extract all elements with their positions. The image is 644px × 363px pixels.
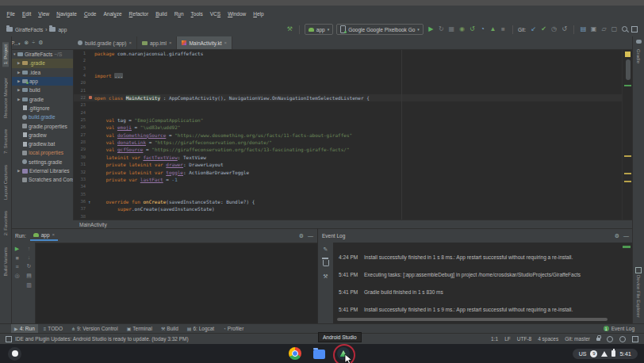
close-icon[interactable]: ×: [224, 40, 227, 45]
run-console[interactable]: [35, 243, 317, 323]
rerun-icon[interactable]: ↻: [437, 25, 446, 33]
code-line[interactable]: 1package com.naranjaconsal.giraffefacts: [73, 50, 622, 57]
menu-item[interactable]: Refactor: [125, 11, 152, 17]
code-line[interactable]: 33 private var lastFact = -1: [73, 176, 622, 183]
gutter[interactable]: [88, 101, 94, 109]
stop-app-icon[interactable]: ■: [15, 255, 18, 261]
menu-item[interactable]: Help: [250, 11, 267, 17]
gear-icon[interactable]: ⚙: [615, 233, 619, 239]
editor-tab[interactable]: MainActivity.kt ×: [177, 36, 232, 49]
code-line[interactable]: 25 val tag = "EmojiCompatApplication": [73, 117, 622, 124]
profiler-icon[interactable]: ◔: [478, 25, 487, 33]
tree-item[interactable]: ▶ build: [11, 86, 73, 94]
event-log-entry[interactable]: 5:41 PM Install successfully finished in…: [339, 295, 633, 312]
code-line[interactable]: 23: [73, 101, 622, 109]
tool-window-button[interactable]: Resource Manager: [3, 72, 8, 124]
device-dropdown[interactable]: Google Google Pixelbook Go ▾: [336, 24, 424, 35]
close-icon[interactable]: ×: [169, 40, 172, 45]
editor-tab[interactable]: app.iml ×: [137, 36, 177, 49]
gutter[interactable]: [88, 146, 94, 153]
tool-window-button[interactable]: Layout Captures: [3, 159, 8, 205]
tool-window-button[interactable]: 2: Favorites: [3, 205, 8, 241]
gutter[interactable]: [88, 117, 94, 124]
menu-item[interactable]: View: [35, 11, 53, 17]
code-with-me-icon[interactable]: [607, 336, 613, 342]
gutter[interactable]: [88, 183, 94, 190]
gutter[interactable]: [88, 124, 94, 131]
clear-log-icon[interactable]: [323, 260, 329, 266]
menu-item[interactable]: File: [3, 11, 19, 17]
menu-item[interactable]: Navigate: [53, 11, 81, 17]
tool-window-button[interactable]: 7: Structure: [3, 124, 8, 159]
menu-item[interactable]: Analyze: [100, 11, 125, 17]
gutter[interactable]: [88, 57, 94, 64]
search-everywhere-icon[interactable]: [622, 26, 628, 32]
status-widget[interactable]: 1:1: [491, 336, 498, 342]
rerun-app-icon[interactable]: ▶: [15, 246, 19, 252]
event-log-entry[interactable]: 5:41 PM Executing tasks: [:app:assembleD…: [339, 260, 633, 277]
tree-item[interactable]: build.gradle: [11, 113, 73, 121]
code-line[interactable]: 2: [73, 57, 622, 64]
tree-settings-icon[interactable]: ⚙: [38, 40, 43, 46]
status-widget[interactable]: 4 spaces: [538, 336, 558, 342]
minimize-icon[interactable]: —: [308, 233, 313, 239]
horizontal-scrollbar[interactable]: [337, 318, 608, 321]
up-stack-trace-icon[interactable]: ↑: [28, 246, 31, 251]
gutter[interactable]: [88, 132, 94, 139]
tree-item[interactable]: Scratches and Consoles: [11, 175, 73, 184]
editor-tab[interactable]: build.gradle (:app) ×: [73, 36, 137, 49]
gutter[interactable]: ↑: [88, 198, 94, 205]
system-tray[interactable]: US 9 5:41: [573, 349, 638, 359]
sdk-manager-icon[interactable]: ▣: [589, 25, 598, 33]
menu-item[interactable]: Tools: [187, 11, 206, 17]
update-project-icon[interactable]: ↙: [529, 25, 538, 33]
code-line[interactable]: 24: [73, 109, 622, 117]
tool-window-button[interactable]: 1: Project: [2, 36, 9, 72]
avd-manager-icon[interactable]: ▱: [600, 25, 608, 33]
code-line[interactable]: 34: [73, 183, 622, 190]
tree-item[interactable]: settings.gradle: [11, 158, 73, 166]
debug-icon[interactable]: ◉: [458, 25, 466, 33]
tool-window-button[interactable]: ▤ 6: Logcat: [184, 324, 217, 333]
gutter[interactable]: [88, 191, 94, 198]
event-log-entry[interactable]: 4:24 PM Install successfully finished in…: [339, 243, 633, 260]
build-hammer-icon[interactable]: ⚒: [286, 25, 294, 33]
hide-tool-window-icon[interactable]: ⊗: [24, 40, 29, 46]
menu-item[interactable]: Build: [152, 11, 171, 17]
stop-icon[interactable]: ■: [499, 25, 508, 33]
down-stack-trace-icon[interactable]: ↓: [28, 254, 31, 260]
code-line[interactable]: 29 val gcfSource = "https://giraffeconse…: [73, 146, 622, 153]
tool-window-button[interactable]: ≡ TODO: [40, 324, 66, 333]
status-message[interactable]: IDE and Plugin Updates: Android Studio i…: [15, 336, 189, 342]
history-icon[interactable]: ◷: [550, 25, 558, 33]
event-log-button[interactable]: 1 Event Log: [604, 326, 634, 331]
menu-item[interactable]: Edit: [19, 11, 35, 17]
code-line[interactable]: 35: [73, 191, 622, 198]
menu-item[interactable]: VCS: [206, 11, 224, 17]
gutter[interactable]: [88, 213, 94, 220]
breadcrumb-project[interactable]: GiraffeFacts: [15, 27, 43, 32]
android-studio-shelf-item[interactable]: [337, 347, 350, 360]
minimize-icon[interactable]: —: [623, 233, 629, 239]
status-widget[interactable]: UTF-8: [517, 336, 531, 342]
run-icon[interactable]: ▶: [427, 25, 435, 33]
print-console-icon[interactable]: ▥: [26, 282, 32, 288]
gutter[interactable]: [88, 94, 94, 101]
tool-window-button[interactable]: Build Variants: [3, 242, 8, 282]
tool-window-button[interactable]: ⚒ Build: [158, 324, 182, 333]
tree-item[interactable]: .gitignore: [11, 104, 73, 113]
code-line[interactable]: 38: [73, 213, 622, 220]
inspection-status-icon[interactable]: [625, 52, 631, 57]
close-icon[interactable]: ×: [52, 232, 56, 237]
gutter[interactable]: [88, 176, 94, 183]
gutter[interactable]: [88, 65, 94, 72]
tool-window-button[interactable]: ▶ 4: Run: [11, 324, 38, 333]
breadcrumb-module[interactable]: app: [58, 27, 67, 32]
code-line[interactable]: 4import ...: [73, 72, 622, 79]
close-icon[interactable]: ×: [128, 40, 132, 45]
menu-item[interactable]: Code: [80, 11, 100, 17]
project-structure-icon[interactable]: ▤: [579, 25, 588, 33]
launcher-button[interactable]: [8, 347, 21, 361]
notifications-icon[interactable]: [619, 336, 626, 342]
gutter[interactable]: [88, 154, 94, 161]
